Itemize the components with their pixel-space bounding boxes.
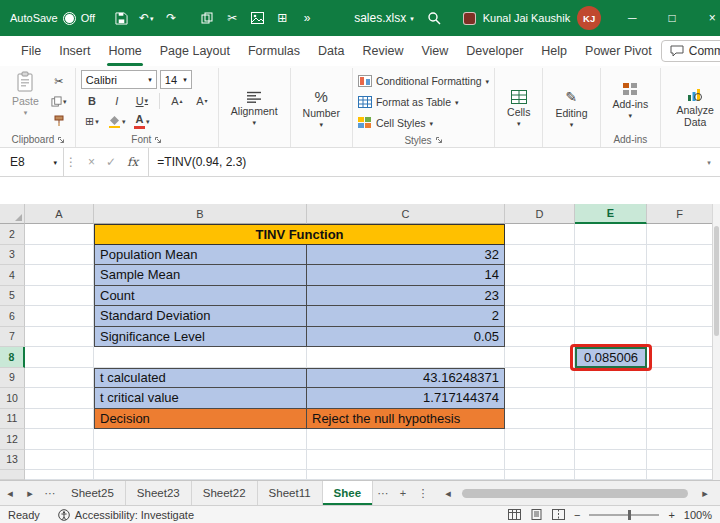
cell-E4[interactable]	[575, 265, 647, 286]
tab-options-button[interactable]: ⋮	[413, 481, 433, 505]
cell-D13[interactable]	[505, 450, 575, 471]
italic-button[interactable]: I	[106, 92, 128, 110]
tab-help[interactable]: Help	[532, 36, 576, 66]
tab-sheet25[interactable]: Sheet25	[60, 481, 126, 505]
cell-B14[interactable]	[94, 470, 307, 480]
maximize-button[interactable]: □	[652, 0, 692, 36]
cell-A11[interactable]	[25, 409, 94, 430]
page-layout-view-button[interactable]	[530, 509, 543, 520]
scroll-left-button[interactable]: ◂	[438, 487, 458, 500]
autosave-toggle[interactable]	[63, 12, 76, 25]
cell-E13[interactable]	[575, 450, 647, 471]
avatar[interactable]: KJ	[577, 6, 601, 30]
cell-B2-merged-title[interactable]: TINV Function	[94, 224, 505, 245]
tab-sheet11[interactable]: Sheet11	[258, 481, 323, 505]
cell-F11[interactable]	[647, 409, 712, 430]
scroll-right-button[interactable]: ▸	[695, 487, 715, 500]
cell-B11[interactable]: Decision	[94, 409, 307, 430]
horizontal-scrollbar[interactable]: ◂ ▸	[438, 481, 715, 505]
cell-D7[interactable]	[505, 327, 575, 348]
font-color-button[interactable]: A▾	[131, 113, 153, 131]
account-area[interactable]: Kunal Jai Kaushik KJ	[463, 6, 601, 30]
row-header-partial[interactable]	[0, 470, 25, 480]
bold-button[interactable]: B	[81, 92, 103, 110]
tab-formulas[interactable]: Formulas	[239, 36, 309, 66]
cell-A5[interactable]	[25, 286, 94, 307]
cell-C9[interactable]: 43.16248371	[307, 368, 505, 389]
col-header-A[interactable]: A	[25, 204, 94, 224]
cell-B9[interactable]: t calculated	[94, 368, 307, 389]
cell-F10[interactable]	[647, 388, 712, 409]
cell-F2[interactable]	[647, 224, 712, 245]
cut-icon-button[interactable]: ✂	[222, 6, 242, 30]
cell-F4[interactable]	[647, 265, 712, 286]
row-header-8[interactable]: 8	[0, 347, 25, 368]
cell-D4[interactable]	[505, 265, 575, 286]
cell-A7[interactable]	[25, 327, 94, 348]
expand-formula-bar-button[interactable]: ▾	[698, 148, 720, 176]
cell-A3[interactable]	[25, 245, 94, 266]
next-sheet-button[interactable]: ▸	[20, 481, 40, 505]
row-header-3[interactable]: 3	[0, 245, 25, 266]
cell-C5[interactable]: 23	[307, 286, 505, 307]
vertical-scrollbar-thumb[interactable]	[714, 226, 719, 336]
cell-D9[interactable]	[505, 368, 575, 389]
cell-B6[interactable]: Standard Deviation	[94, 306, 307, 327]
row-header-10[interactable]: 10	[0, 388, 25, 409]
cell-F14[interactable]	[647, 470, 712, 480]
minimize-button[interactable]: ─	[612, 0, 652, 36]
fill-color-button[interactable]: ▾	[106, 113, 128, 131]
tab-review[interactable]: Review	[353, 36, 412, 66]
vertical-scrollbar[interactable]	[712, 204, 720, 480]
cell-A14[interactable]	[25, 470, 94, 480]
cell-D12[interactable]	[505, 429, 575, 450]
cell-A12[interactable]	[25, 429, 94, 450]
cell-A10[interactable]	[25, 388, 94, 409]
col-header-E[interactable]: E	[575, 204, 647, 224]
cell-B12[interactable]	[94, 429, 307, 450]
shrink-font-button[interactable]: A▾	[191, 92, 213, 110]
name-box[interactable]: E8 ▾	[0, 148, 64, 176]
confirm-entry-button[interactable]: ✓	[106, 155, 116, 169]
cell-D10[interactable]	[505, 388, 575, 409]
cell-C3[interactable]: 32	[307, 245, 505, 266]
cell-E9[interactable]	[575, 368, 647, 389]
cell-F3[interactable]	[647, 245, 712, 266]
more-sheets-button[interactable]: ⋯	[373, 481, 393, 505]
addins-button[interactable]: Add-ins ▾	[606, 69, 656, 132]
tab-home[interactable]: Home	[99, 36, 150, 66]
alignment-button[interactable]: Alignment ▾	[224, 69, 285, 147]
grow-font-button[interactable]: A▴	[166, 92, 188, 110]
table-icon-button[interactable]: ⊞	[272, 6, 292, 30]
cell-F13[interactable]	[647, 450, 712, 471]
font-name-select[interactable]: Calibri▾	[81, 70, 157, 89]
paste-button[interactable]: Paste ▾	[7, 69, 44, 118]
cell-C13[interactable]	[307, 450, 505, 471]
cancel-entry-button[interactable]: ×	[88, 155, 95, 169]
tab-sheet23[interactable]: Sheet23	[126, 481, 192, 505]
tab-view[interactable]: View	[412, 36, 457, 66]
insert-function-button[interactable]: fx	[127, 155, 138, 169]
picture-icon-button[interactable]	[247, 6, 267, 30]
cell-F6[interactable]	[647, 306, 712, 327]
accessibility-status[interactable]: Accessibility: Investigate	[58, 509, 194, 521]
cell-A4[interactable]	[25, 265, 94, 286]
cell-E6[interactable]	[575, 306, 647, 327]
zoom-out-button[interactable]: −	[574, 509, 580, 521]
formula-bar-gripper[interactable]: ⋮	[64, 148, 78, 176]
cell-A2[interactable]	[25, 224, 94, 245]
cell-E5[interactable]	[575, 286, 647, 307]
tab-active-sheet[interactable]: Shee	[323, 481, 374, 505]
normal-view-button[interactable]	[508, 509, 521, 520]
dialog-launcher-icon[interactable]	[57, 136, 65, 144]
cell-C10[interactable]: 1.717144374	[307, 388, 505, 409]
dialog-launcher-icon[interactable]	[154, 136, 162, 144]
close-button[interactable]: ×	[692, 0, 720, 36]
prev-sheet-button[interactable]: ◂	[0, 481, 20, 505]
cell-D5[interactable]	[505, 286, 575, 307]
conditional-formatting-button[interactable]: Conditional Formatting▾	[358, 71, 489, 91]
number-button[interactable]: % Number ▾	[296, 69, 347, 147]
row-header-9[interactable]: 9	[0, 368, 25, 389]
zoom-slider[interactable]	[589, 514, 659, 516]
tab-insert[interactable]: Insert	[50, 36, 99, 66]
